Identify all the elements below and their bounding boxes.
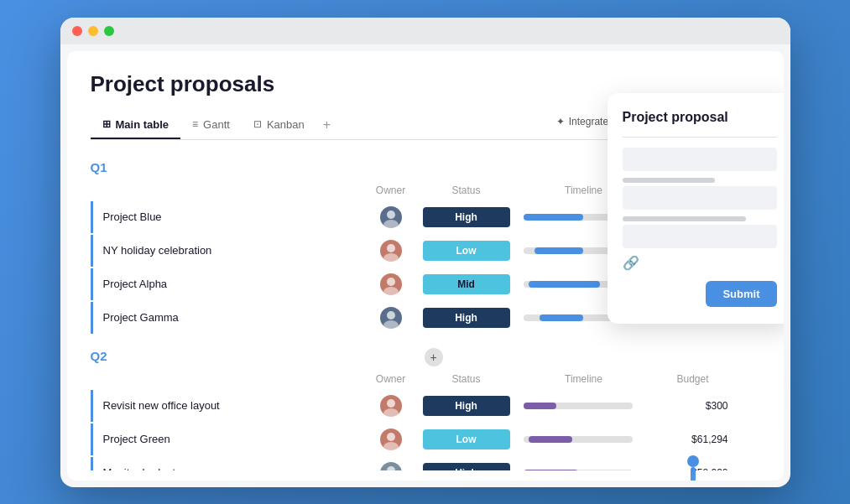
close-button[interactable] bbox=[72, 26, 82, 36]
integrate-icon: ✦ bbox=[556, 116, 565, 127]
avatar bbox=[366, 206, 416, 228]
field-label-3 bbox=[623, 216, 746, 221]
timeline-fill bbox=[540, 314, 583, 321]
row-name: NY holiday celebration bbox=[93, 244, 366, 257]
status-cell: High bbox=[416, 463, 517, 470]
connector bbox=[685, 455, 701, 481]
status-badge: High bbox=[423, 396, 510, 416]
budget-cell: $300 bbox=[651, 400, 735, 412]
form-field-3 bbox=[623, 216, 777, 248]
field-input-3[interactable] bbox=[623, 225, 777, 248]
avatar bbox=[366, 395, 416, 417]
row-name: Project Alpha bbox=[93, 278, 366, 290]
field-input-2[interactable] bbox=[623, 186, 777, 210]
q2-timeline-header: Timeline bbox=[517, 373, 651, 385]
form-field-1 bbox=[623, 148, 777, 171]
timeline-track bbox=[524, 436, 633, 443]
svg-point-16 bbox=[387, 466, 395, 470]
timeline-fill bbox=[529, 436, 572, 443]
svg-point-15 bbox=[383, 442, 399, 450]
browser-titlebar bbox=[60, 18, 790, 44]
svg-point-9 bbox=[383, 287, 399, 295]
integrate-button[interactable]: ✦ Integrate bbox=[556, 116, 608, 127]
svg-point-5 bbox=[383, 220, 399, 228]
q2-section-header-row: Q2 + bbox=[91, 346, 760, 370]
status-cell: Low bbox=[416, 241, 517, 261]
timeline-fill bbox=[524, 214, 584, 221]
q2-budget-header: Budget bbox=[651, 373, 735, 385]
svg-point-14 bbox=[387, 433, 395, 441]
avatar bbox=[366, 307, 416, 329]
tab-main-table-label: Main table bbox=[116, 118, 169, 131]
table-row[interactable]: Revisit new office layout High $300 bbox=[91, 390, 760, 422]
svg-point-4 bbox=[387, 210, 395, 219]
form-field-2 bbox=[623, 178, 777, 210]
status-cell: High bbox=[416, 207, 517, 227]
svg-point-12 bbox=[387, 399, 395, 408]
timeline-fill bbox=[535, 247, 584, 254]
status-badge: High bbox=[423, 463, 510, 470]
table-row[interactable]: Project Green Low $61,294 bbox=[91, 423, 760, 455]
attachment-icon[interactable]: 🔗 bbox=[623, 255, 777, 271]
timeline-fill bbox=[524, 403, 556, 409]
row-name: Project Green bbox=[93, 433, 366, 445]
row-name: Project Gamma bbox=[93, 311, 366, 324]
q1-status-header: Status bbox=[416, 184, 517, 196]
avatar bbox=[366, 462, 416, 470]
browser-window: Project proposals ⊞ Main table ≡ Gantt ⊡… bbox=[60, 18, 790, 487]
connector-dot bbox=[687, 455, 699, 467]
timeline-fill bbox=[529, 281, 600, 288]
status-badge: Low bbox=[423, 241, 510, 261]
timeline-track bbox=[524, 470, 633, 470]
minimize-button[interactable] bbox=[88, 26, 98, 36]
proposal-panel-title: Project proposal bbox=[623, 110, 777, 125]
status-cell: High bbox=[416, 308, 517, 328]
status-cell: Mid bbox=[416, 274, 517, 294]
timeline-cell bbox=[517, 470, 651, 470]
maximize-button[interactable] bbox=[104, 26, 114, 36]
q2-owner-header: Owner bbox=[366, 373, 416, 385]
kanban-icon: ⊡ bbox=[253, 118, 262, 130]
section-q2-header: Q2 bbox=[91, 349, 107, 363]
table-icon: ⊞ bbox=[102, 118, 111, 130]
avatar bbox=[366, 429, 416, 450]
tab-gantt[interactable]: ≡ Gantt bbox=[180, 112, 242, 139]
status-badge: High bbox=[423, 207, 510, 227]
svg-point-11 bbox=[383, 320, 399, 329]
status-cell: Low bbox=[416, 429, 517, 449]
timeline-track bbox=[524, 403, 633, 409]
table-row[interactable]: Monitor budget High $58,000 bbox=[91, 457, 760, 470]
browser-content: Project proposals ⊞ Main table ≡ Gantt ⊡… bbox=[67, 51, 784, 481]
svg-point-10 bbox=[387, 311, 395, 320]
tab-kanban-label: Kanban bbox=[267, 118, 305, 131]
add-row-button[interactable]: + bbox=[425, 348, 443, 366]
svg-point-13 bbox=[383, 408, 399, 417]
gantt-icon: ≡ bbox=[192, 118, 198, 130]
tab-kanban[interactable]: ⊡ Kanban bbox=[242, 112, 316, 139]
row-name: Project Blue bbox=[93, 210, 366, 223]
row-name: Revisit new office layout bbox=[93, 399, 366, 412]
timeline-cell bbox=[517, 403, 651, 409]
proposal-panel: Project proposal 🔗 Submit bbox=[608, 93, 784, 324]
tab-main-table[interactable]: ⊞ Main table bbox=[91, 112, 181, 139]
svg-point-8 bbox=[387, 278, 395, 286]
status-badge: Low bbox=[423, 429, 510, 449]
q2-status-header: Status bbox=[416, 373, 517, 385]
add-tab-button[interactable]: + bbox=[316, 111, 337, 139]
avatar bbox=[366, 273, 416, 295]
svg-point-7 bbox=[383, 253, 399, 262]
proposal-divider bbox=[623, 137, 777, 138]
field-label-2 bbox=[623, 178, 715, 183]
connector-line bbox=[691, 467, 696, 481]
q1-owner-header: Owner bbox=[366, 184, 416, 196]
status-badge: Mid bbox=[423, 274, 510, 294]
svg-point-6 bbox=[387, 244, 395, 252]
status-cell: High bbox=[416, 396, 517, 416]
timeline-cell bbox=[517, 436, 651, 443]
status-badge: High bbox=[423, 308, 510, 328]
submit-button[interactable]: Submit bbox=[706, 281, 776, 307]
field-input-1[interactable] bbox=[623, 148, 777, 171]
avatar bbox=[366, 240, 416, 262]
budget-cell: $61,294 bbox=[651, 434, 735, 445]
q2-table-header: Owner Status Timeline Budget bbox=[91, 370, 760, 388]
